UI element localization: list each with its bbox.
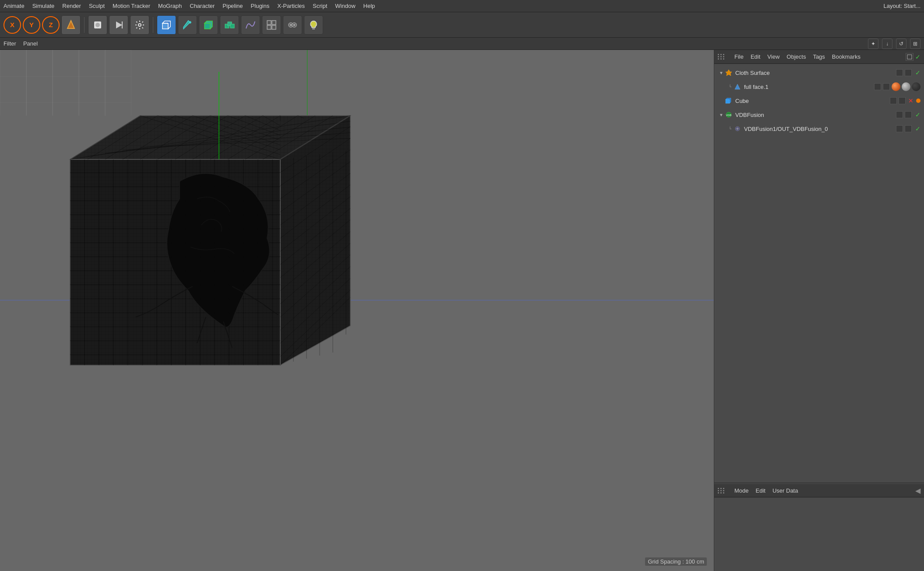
spline-tool-button[interactable] bbox=[241, 15, 260, 35]
svg-rect-14 bbox=[230, 24, 234, 28]
pen-tool-button[interactable] bbox=[178, 15, 197, 35]
toolbar: X Y Z bbox=[0, 12, 924, 38]
menu-bar: Animate Simulate Render Sculpt Motion Tr… bbox=[0, 0, 924, 12]
menu-item-pipeline[interactable]: Pipeline bbox=[222, 3, 243, 9]
menu-item-animate[interactable]: Animate bbox=[4, 3, 25, 9]
obj-header-bookmarks[interactable]: Bookmarks bbox=[832, 53, 861, 60]
move-icon[interactable]: ✦ bbox=[868, 39, 878, 49]
grid-spacing-label: Grid Spacing : 100 cm bbox=[645, 557, 707, 566]
obj-manager-icon-1 bbox=[906, 53, 913, 61]
light-tool-button[interactable] bbox=[304, 15, 323, 35]
cube-visibility-checkbox[interactable] bbox=[890, 97, 897, 104]
transform-icon-button[interactable] bbox=[61, 15, 81, 35]
obj-row-vdbfusion[interactable]: ▼ VDB VDBFusion ✓ bbox=[714, 108, 924, 122]
object-tool-button[interactable] bbox=[199, 15, 218, 35]
cloth-visibility-checkbox[interactable] bbox=[896, 69, 903, 76]
svg-rect-6 bbox=[162, 23, 168, 29]
z-axis-button[interactable]: Z bbox=[42, 16, 60, 34]
y-axis-button[interactable]: Y bbox=[23, 16, 40, 34]
attr-edit[interactable]: Edit bbox=[756, 487, 765, 494]
object-manager-header: File Edit View Objects Tags Bookmarks ✓ bbox=[714, 50, 924, 64]
tag-sphere-1[interactable] bbox=[892, 82, 900, 91]
panel-menu[interactable]: Panel bbox=[23, 40, 38, 47]
refresh-icon[interactable]: ↺ bbox=[896, 39, 906, 49]
attr-user-data[interactable]: User Data bbox=[772, 487, 798, 494]
cloth-render-checkbox[interactable] bbox=[905, 69, 912, 76]
grid-tool-button[interactable] bbox=[262, 15, 281, 35]
play-forward-button[interactable] bbox=[109, 15, 128, 35]
face-visibility-checkbox[interactable] bbox=[874, 83, 881, 90]
svg-point-9 bbox=[189, 21, 191, 23]
obj-row-cube[interactable]: Cube ✕ bbox=[714, 94, 924, 108]
settings-button[interactable] bbox=[130, 15, 149, 35]
object-manager: File Edit View Objects Tags Bookmarks ✓ bbox=[714, 50, 924, 483]
attr-mode[interactable]: Mode bbox=[734, 487, 749, 494]
vdbfusion-name: VDBFusion bbox=[735, 112, 896, 118]
cube-render-checkbox[interactable] bbox=[899, 97, 906, 104]
filter-menu[interactable]: Filter bbox=[4, 40, 16, 47]
menu-item-sculpt[interactable]: Sculpt bbox=[89, 3, 105, 9]
obj-header-edit[interactable]: Edit bbox=[751, 53, 760, 60]
menu-item-xparticles[interactable]: X-Particles bbox=[277, 3, 305, 9]
svg-rect-17 bbox=[267, 25, 271, 29]
face-render-checkbox[interactable] bbox=[883, 83, 890, 90]
cube-primitive-button[interactable] bbox=[157, 15, 176, 35]
expand-icon-cloth[interactable]: ▼ bbox=[718, 69, 725, 76]
obj-header-view[interactable]: View bbox=[767, 53, 779, 60]
array-tool-button[interactable] bbox=[220, 15, 239, 35]
menu-item-render[interactable]: Render bbox=[62, 3, 81, 9]
vdb-render-checkbox[interactable] bbox=[905, 111, 912, 118]
menu-item-script[interactable]: Script bbox=[313, 3, 327, 9]
main-area: Grid Spacing : 100 cm File Edit View Obj… bbox=[0, 50, 924, 571]
tag-sphere-3[interactable] bbox=[912, 82, 920, 91]
face-tag-icons bbox=[892, 82, 920, 91]
attr-collapse-arrow[interactable]: ◀ bbox=[915, 486, 920, 495]
expand-icon-vdbfusion[interactable]: ▼ bbox=[718, 111, 725, 118]
x-axis-button[interactable]: X bbox=[4, 16, 21, 34]
toolbar-separator-1 bbox=[84, 17, 85, 33]
cube-name: Cube bbox=[735, 98, 890, 104]
camera-tool-button[interactable] bbox=[283, 15, 302, 35]
vdbfusion-out-icon bbox=[734, 125, 741, 133]
menu-item-character[interactable]: Character bbox=[190, 3, 215, 9]
attr-grip-icon bbox=[718, 488, 725, 493]
svg-rect-145 bbox=[726, 99, 730, 103]
svg-marker-3 bbox=[116, 21, 122, 28]
obj-header-file[interactable]: File bbox=[734, 53, 744, 60]
down-icon[interactable]: ↓ bbox=[882, 39, 892, 49]
obj-header-tags[interactable]: Tags bbox=[813, 53, 825, 60]
cloth-surface-name: Cloth Surface bbox=[735, 70, 896, 76]
vdb-out-visibility-checkbox[interactable] bbox=[896, 125, 903, 132]
cloth-check-green: ✓ bbox=[915, 69, 920, 76]
vdb-out-check-green: ✓ bbox=[915, 125, 920, 132]
attribute-manager: Mode Edit User Data ◀ bbox=[714, 483, 924, 571]
menu-item-plugins[interactable]: Plugins bbox=[251, 3, 270, 9]
vdb-out-render-checkbox[interactable] bbox=[905, 125, 912, 132]
viewport-header: Filter Panel ✦ ↓ ↺ ⊞ bbox=[0, 38, 924, 50]
vdbfusion-out-name: VDBFusion1/OUT_VDBFusion_0 bbox=[744, 126, 896, 132]
menu-item-mograph[interactable]: MoGraph bbox=[158, 3, 182, 9]
vdbfusion-icon: VDB bbox=[725, 111, 733, 119]
vdb-out-actions: ✓ bbox=[896, 125, 920, 132]
wireframe-mesh bbox=[35, 72, 363, 387]
svg-marker-144 bbox=[735, 84, 740, 89]
obj-row-full-face[interactable]: └ full face.1 bbox=[714, 80, 924, 94]
expand-icon-vdb-out[interactable]: └ bbox=[727, 125, 734, 132]
menu-item-motion-tracker[interactable]: Motion Tracker bbox=[113, 3, 150, 9]
layout-label: Layout: Start... bbox=[883, 3, 920, 9]
obj-row-vdbfusion-out[interactable]: └ VDBFusion1/OUT_VDBFusion_0 ✓ bbox=[714, 122, 924, 136]
obj-header-objects[interactable]: Objects bbox=[786, 53, 806, 60]
menu-item-simulate[interactable]: Simulate bbox=[32, 3, 55, 9]
toolbar-separator-2 bbox=[153, 17, 153, 33]
viewport[interactable]: Grid Spacing : 100 cm bbox=[0, 50, 714, 571]
full-face-name: full face.1 bbox=[744, 84, 874, 90]
menu-item-help[interactable]: Help bbox=[363, 3, 375, 9]
expand-icon-full-face[interactable]: └ bbox=[727, 83, 734, 90]
tag-sphere-2[interactable] bbox=[902, 82, 910, 91]
menu-item-window[interactable]: Window bbox=[335, 3, 355, 9]
record-button[interactable] bbox=[88, 15, 107, 35]
obj-row-cloth-surface[interactable]: ▼ Cloth Surface ✓ bbox=[714, 66, 924, 80]
vdb-visibility-checkbox[interactable] bbox=[896, 111, 903, 118]
fullscreen-icon[interactable]: ⊞ bbox=[910, 39, 920, 49]
full-face-actions bbox=[874, 82, 920, 91]
